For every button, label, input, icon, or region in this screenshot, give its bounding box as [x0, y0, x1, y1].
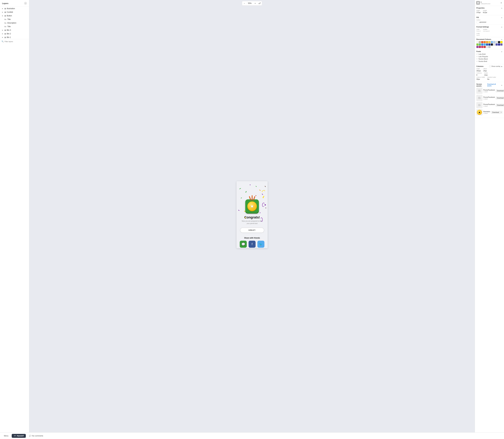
download-main-button[interactable]: Download	[496, 97, 504, 99]
sidebar-collapse-button[interactable]: ‹	[24, 2, 27, 5]
col-offset-item: Offset 24px	[483, 68, 487, 72]
doc-color-swatch[interactable]	[491, 41, 493, 43]
col-outgutter-item: Outside Gutter No	[487, 76, 496, 80]
svg-rect-6	[478, 104, 481, 106]
layer-item-title1[interactable]: AaTitle	[0, 18, 29, 21]
layer-item-btn2[interactable]: ▶ ▣Btn 2	[0, 32, 29, 36]
doc-color-swatch[interactable]	[484, 41, 486, 43]
handoff-label: Handoff	[17, 435, 24, 437]
doc-color-swatch[interactable]	[481, 43, 483, 46]
download-main-button[interactable]: Download	[496, 104, 504, 107]
doc-colours-toggle[interactable]: ▲	[501, 38, 503, 40]
overlay-checkbox[interactable]	[489, 65, 491, 67]
doc-color-swatch[interactable]	[488, 43, 491, 46]
download-main-button[interactable]: Download	[496, 89, 504, 92]
fill-toggle[interactable]: ▲	[501, 17, 503, 18]
doc-color-swatch[interactable]	[500, 43, 503, 46]
code-select[interactable]: Swift ▾	[476, 35, 503, 36]
right-panel: 1 Artboard/Screen ✕ Properties ▲ Width 3…	[475, 0, 504, 432]
panel-close-button[interactable]: ✕	[500, 1, 503, 4]
guides-select[interactable]: Unit based ▾	[483, 30, 490, 32]
doc-color-swatch[interactable]	[486, 41, 488, 43]
asset-download-btn: Download ▾	[496, 97, 504, 99]
units-chevron: ▾	[480, 30, 481, 32]
doc-color-swatch[interactable]	[481, 41, 483, 43]
facebook-button[interactable]: f	[249, 241, 256, 248]
format-settings-toggle[interactable]: ▲	[501, 26, 503, 28]
twitter-button[interactable]: 🐦	[257, 241, 264, 248]
layer-item-confetti[interactable]: ▶ ▣Confetti	[0, 10, 29, 14]
col-outgutter-label: Outside Gutter	[487, 76, 496, 78]
properties-dimensions: Width 375pt Height 812pt	[476, 10, 503, 13]
great-button[interactable]: GREAT!	[240, 228, 264, 233]
screen-assets-toggle[interactable]: ▲	[501, 84, 503, 86]
layer-item-illustration[interactable]: ▶ ▣Illustration	[0, 7, 29, 10]
doc-color-swatch[interactable]	[484, 46, 486, 48]
layer-item-btn1[interactable]: ▶ ▣Btn 1	[0, 36, 29, 39]
guides-chevron: ▾	[489, 30, 490, 32]
comments-button[interactable]: No comments	[28, 434, 45, 438]
doc-color-swatch[interactable]	[476, 46, 479, 48]
search-input[interactable]	[4, 41, 28, 42]
layer-label: Title	[7, 25, 11, 28]
doc-color-swatch[interactable]	[476, 43, 479, 46]
zoom-out-button[interactable]: −	[242, 1, 247, 5]
doc-color-swatch[interactable]	[484, 43, 486, 46]
format-units-guides: Units Points ▾ Guides Unit based ▾	[476, 29, 503, 32]
star-icon: ★	[250, 204, 254, 209]
doc-color-swatch[interactable]	[479, 46, 481, 48]
doc-color-swatch[interactable]	[493, 43, 495, 46]
columns-toggle[interactable]: ▲	[501, 65, 503, 67]
layer-item-title2[interactable]: AaTitle	[0, 25, 29, 28]
download-arrow-button[interactable]: ▾	[500, 111, 503, 114]
layer-label: Title	[7, 18, 11, 20]
text-content: Congrats! Now you are prepared to take y…	[237, 215, 267, 225]
doc-color-swatch[interactable]	[491, 43, 493, 46]
menu-button[interactable]: Menu	[2, 434, 10, 438]
layer-item-btn3[interactable]: ▶ ▣Btn 3	[0, 28, 29, 32]
doc-color-swatch[interactable]	[486, 43, 488, 46]
download-all-link[interactable]: Download all assets	[487, 83, 500, 87]
doc-color-swatch[interactable]	[498, 41, 500, 43]
font-name: Nunito-Bold	[479, 61, 487, 62]
handoff-button[interactable]: </> Handoff	[12, 434, 26, 438]
doc-color-swatch[interactable]	[488, 41, 491, 43]
properties-toggle[interactable]: ▲	[501, 7, 503, 9]
format-settings-title: Format Settings	[476, 26, 489, 28]
layer-item-description[interactable]: AaDescription	[0, 21, 29, 25]
doc-color-swatch[interactable]	[500, 41, 503, 43]
doc-color-swatch[interactable]	[498, 43, 500, 46]
layer-label: Description	[7, 22, 16, 24]
col-colwidth-item: Column Width 32px	[476, 76, 485, 80]
doc-color-swatch[interactable]	[479, 41, 481, 43]
sidebar-title: Layers	[2, 2, 8, 4]
medal-illustration: ★	[245, 199, 259, 213]
download-main-button[interactable]: Download	[491, 111, 500, 114]
share-title: Share with friends	[244, 237, 260, 239]
zoom-in-button[interactable]: +	[253, 1, 257, 5]
doc-color-swatch[interactable]	[486, 46, 488, 48]
fonts-toggle[interactable]: ▲	[501, 51, 503, 52]
font-dot	[476, 53, 478, 55]
doc-color-swatch[interactable]	[488, 46, 491, 48]
doc-color-swatch[interactable]	[496, 41, 498, 43]
layer-item-button[interactable]: ▶ ▣Button	[0, 14, 29, 18]
doc-color-swatch[interactable]	[493, 41, 495, 43]
layer-arrow: ▶	[2, 37, 4, 38]
layers-list: ▶ ▣Illustration▶ ▣Confetti▶ ▣Button AaTi…	[0, 7, 29, 39]
doc-color-swatch[interactable]	[496, 43, 498, 46]
fill-color-row: Colour	[476, 19, 503, 21]
asset-info: Picons/Facebook 1 asset	[483, 103, 495, 107]
chat-button[interactable]: 💬	[240, 241, 247, 248]
doc-color-swatch[interactable]	[479, 43, 481, 46]
fill-section: Fill ▲ Colour #FFFFFF	[475, 15, 504, 25]
asset-thumbnail	[476, 95, 482, 101]
comment-icon	[29, 435, 31, 437]
units-select[interactable]: Points ▾	[476, 30, 481, 32]
zoom-value: 55%	[247, 2, 253, 4]
doc-color-swatch[interactable]	[476, 41, 479, 43]
link-button[interactable]	[257, 1, 262, 5]
asset-info: Illustration 1 asset	[483, 111, 490, 114]
asset-name: Picons/Facebook	[483, 103, 495, 105]
doc-color-swatch[interactable]	[481, 46, 483, 48]
